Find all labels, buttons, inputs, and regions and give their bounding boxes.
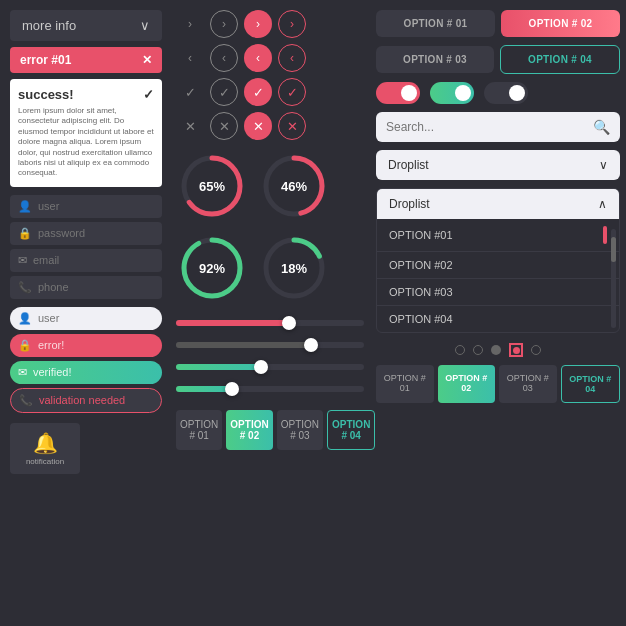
check-filled[interactable]: ✓ xyxy=(244,78,272,106)
success-box: success! ✓ Lorem ipsum dolor sit amet, c… xyxy=(10,79,162,187)
bell-icon: 🔔 xyxy=(33,431,58,455)
arrow-left-circle[interactable]: ‹ xyxy=(278,44,306,72)
toggle-green[interactable] xyxy=(430,82,474,104)
slider-4[interactable] xyxy=(176,382,364,396)
right-tab-04[interactable]: OPTION # 04 xyxy=(561,365,621,403)
error-field: 🔒 xyxy=(10,334,162,357)
right-tab-01[interactable]: OPTION # 01 xyxy=(376,365,434,403)
verified-field: ✉ xyxy=(10,361,162,384)
tab-option-02[interactable]: OPTION # 02 xyxy=(226,410,272,450)
arrow-right-flat[interactable]: › xyxy=(176,10,204,38)
search-input[interactable] xyxy=(386,120,587,134)
scrollbar-track xyxy=(611,229,616,328)
slider-2[interactable] xyxy=(176,338,364,352)
email-icon: ✉ xyxy=(18,254,27,267)
warning-input[interactable] xyxy=(39,394,153,406)
success-header: success! ✓ xyxy=(18,87,154,102)
opt-01[interactable]: OPTION # 01 xyxy=(376,10,495,37)
droplist-open: Droplist ∧ OPTION #01 OPTION #02 OPTION … xyxy=(376,188,620,333)
radio-3[interactable] xyxy=(491,345,501,355)
circle-92-label: 92% xyxy=(199,261,225,276)
droplist-option-1[interactable]: OPTION #01 xyxy=(377,219,619,252)
error-close-icon[interactable]: ✕ xyxy=(142,53,152,67)
check-outline[interactable]: ✓ xyxy=(210,78,238,106)
option-row-2: OPTION # 03 OPTION # 04 xyxy=(376,45,620,74)
tab-option-04[interactable]: OPTION # 04 xyxy=(327,410,375,450)
cross-outline[interactable]: ✕ xyxy=(210,112,238,140)
middle-column: › › › › ‹ ‹ ‹ ‹ ✓ ✓ ✓ ✓ ✕ ✕ ✕ ✕ xyxy=(170,10,370,616)
cross-filled[interactable]: ✕ xyxy=(244,112,272,140)
slider-3-thumb[interactable] xyxy=(254,360,268,374)
slider-4-thumb[interactable] xyxy=(225,382,239,396)
chevron-down-icon: ∨ xyxy=(140,18,150,33)
circle-92: 92% xyxy=(176,232,248,304)
progress-circles-row1: 65% 46% xyxy=(176,150,364,222)
check-circle[interactable]: ✓ xyxy=(278,78,306,106)
email-input-dark[interactable] xyxy=(33,254,154,266)
verified-input[interactable] xyxy=(33,366,154,378)
circle-65: 65% xyxy=(176,150,248,222)
slider-3[interactable] xyxy=(176,360,364,374)
right-tab-02[interactable]: OPTION # 02 xyxy=(438,365,496,403)
phone-field-dark: 📞 xyxy=(10,276,162,299)
user-input-light[interactable] xyxy=(38,312,154,324)
radio-row xyxy=(376,343,620,357)
radio-1[interactable] xyxy=(455,345,465,355)
cross-flat[interactable]: ✕ xyxy=(176,112,204,140)
droplist-option-2[interactable]: OPTION #02 xyxy=(377,252,619,279)
tab-option-03[interactable]: OPTION # 03 xyxy=(277,410,323,450)
phone-input-dark[interactable] xyxy=(38,281,154,293)
toggle-red-knob xyxy=(401,85,417,101)
user-icon: 👤 xyxy=(18,200,32,213)
radio-4-selected[interactable] xyxy=(509,343,523,357)
radio-4-inner xyxy=(513,347,520,354)
radio-5[interactable] xyxy=(531,345,541,355)
slider-1[interactable] xyxy=(176,316,364,330)
scrollbar-thumb[interactable] xyxy=(611,237,616,262)
progress-circles-row2: 92% 18% xyxy=(176,232,364,304)
droplist-option-4[interactable]: OPTION #04 xyxy=(377,306,619,332)
success-body: Lorem ipsum dolor sit amet, consectetur … xyxy=(18,106,154,179)
search-icon[interactable]: 🔍 xyxy=(593,119,610,135)
droplist-closed[interactable]: Droplist ∨ xyxy=(376,150,620,180)
error-input[interactable] xyxy=(38,339,154,351)
option-indicator-1 xyxy=(603,226,607,244)
toggle-dark[interactable] xyxy=(484,82,528,104)
circle-18-label: 18% xyxy=(281,261,307,276)
arrow-right-circle[interactable]: › xyxy=(278,10,306,38)
more-info-dropdown[interactable]: more info ∨ xyxy=(10,10,162,41)
password-input-dark[interactable] xyxy=(38,227,154,239)
check-flat[interactable]: ✓ xyxy=(176,78,204,106)
notification-button[interactable]: 🔔 notification xyxy=(10,423,80,474)
toggle-red[interactable] xyxy=(376,82,420,104)
middle-bottom-tabs: OPTION # 01 OPTION # 02 OPTION # 03 OPTI… xyxy=(176,410,364,450)
opt-04[interactable]: OPTION # 04 xyxy=(500,45,620,74)
droplist-open-label: Droplist xyxy=(389,197,430,211)
success-title: success! xyxy=(18,87,74,102)
more-info-label: more info xyxy=(22,18,76,33)
cross-circle[interactable]: ✕ xyxy=(278,112,306,140)
toggles-row xyxy=(376,82,620,104)
arrow-left-outline[interactable]: ‹ xyxy=(210,44,238,72)
dark-form-fields: 👤 🔒 ✉ 📞 xyxy=(10,195,162,299)
main-container: more info ∨ error #01 ✕ success! ✓ Lorem… xyxy=(0,0,626,626)
arrow-left-filled[interactable]: ‹ xyxy=(244,44,272,72)
arrow-left-flat[interactable]: ‹ xyxy=(176,44,204,72)
droplist-open-header[interactable]: Droplist ∧ xyxy=(377,189,619,219)
warning-field: 📞 xyxy=(10,388,162,413)
opt-02[interactable]: OPTION # 02 xyxy=(501,10,620,37)
droplist-options: OPTION #01 OPTION #02 OPTION #03 OPTION … xyxy=(377,219,619,332)
tab-option-01[interactable]: OPTION # 01 xyxy=(176,410,222,450)
right-tab-03[interactable]: OPTION # 03 xyxy=(499,365,557,403)
left-arrows-row: ‹ ‹ ‹ ‹ xyxy=(176,44,364,72)
droplist-option-3[interactable]: OPTION #03 xyxy=(377,279,619,306)
arrow-right-outline[interactable]: › xyxy=(210,10,238,38)
slider-1-thumb[interactable] xyxy=(282,316,296,330)
circle-46-label: 46% xyxy=(281,179,307,194)
slider-2-thumb[interactable] xyxy=(304,338,318,352)
droplist-option-4-label: OPTION #04 xyxy=(389,313,453,325)
opt-03[interactable]: OPTION # 03 xyxy=(376,46,494,73)
user-input-dark[interactable] xyxy=(38,200,154,212)
radio-2[interactable] xyxy=(473,345,483,355)
arrow-right-filled[interactable]: › xyxy=(244,10,272,38)
